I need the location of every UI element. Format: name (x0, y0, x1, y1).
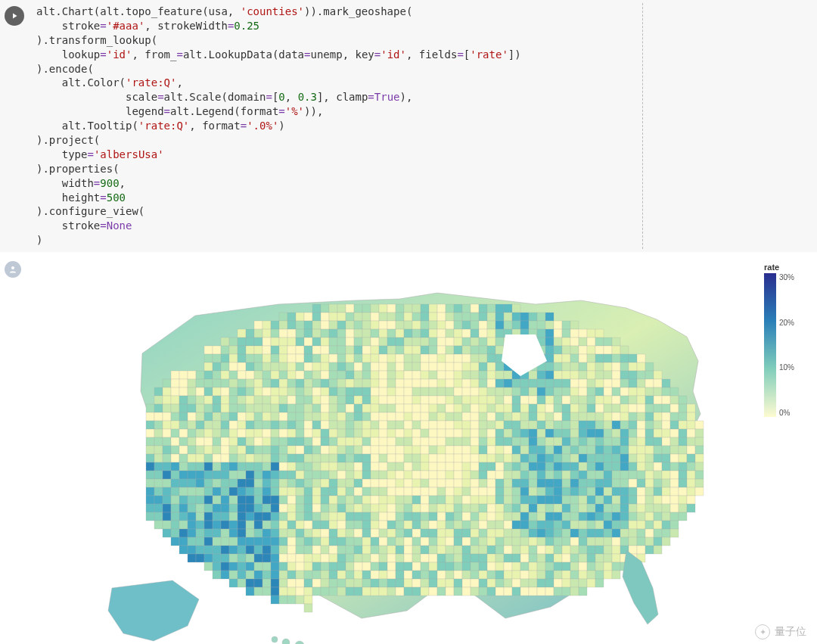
svg-rect-713 (579, 412, 587, 421)
svg-rect-573 (504, 396, 512, 404)
svg-rect-1362 (412, 496, 421, 504)
svg-rect-931 (171, 446, 179, 454)
svg-rect-442 (454, 379, 462, 387)
svg-rect-537 (204, 396, 213, 404)
svg-rect-1618 (396, 529, 404, 537)
svg-rect-1192 (670, 471, 679, 479)
svg-rect-1398 (163, 504, 171, 512)
svg-rect-1785 (312, 554, 321, 562)
svg-rect-151 (296, 338, 304, 346)
svg-rect-865 (179, 437, 188, 446)
svg-rect-1207 (238, 479, 246, 487)
svg-rect-609 (262, 404, 271, 412)
svg-rect-432 (371, 379, 379, 387)
svg-rect-740 (254, 421, 262, 429)
svg-rect-1883 (262, 571, 271, 579)
svg-rect-189 (612, 338, 620, 346)
svg-rect-1002 (204, 454, 213, 462)
svg-rect-1818 (587, 554, 595, 562)
svg-rect-51 (487, 313, 495, 321)
svg-rect-1997 (462, 587, 471, 596)
svg-rect-1250 (595, 479, 604, 487)
svg-rect-1144 (271, 471, 279, 479)
svg-rect-616 (321, 404, 329, 412)
svg-rect-208 (354, 346, 362, 354)
svg-rect-1621 (421, 529, 429, 537)
svg-rect-1706 (620, 537, 629, 546)
svg-rect-1072 (229, 462, 238, 471)
svg-rect-1306 (504, 487, 512, 496)
svg-rect-1936 (312, 579, 321, 587)
svg-rect-1427 (404, 504, 412, 512)
svg-rect-1656 (204, 537, 213, 546)
svg-rect-415 (229, 379, 238, 387)
svg-rect-236 (587, 346, 595, 354)
svg-rect-1888 (304, 571, 312, 579)
svg-rect-1894 (354, 571, 362, 579)
svg-rect-626 (404, 404, 412, 412)
svg-rect-513 (529, 387, 537, 396)
svg-rect-1646 (629, 529, 637, 537)
svg-rect-1821 (612, 554, 620, 562)
svg-rect-305 (296, 362, 304, 371)
svg-rect-1199 (171, 479, 179, 487)
svg-rect-239 (612, 346, 620, 354)
svg-rect-215 (412, 346, 421, 354)
svg-rect-1370 (479, 496, 487, 504)
svg-rect-439 (429, 379, 437, 387)
svg-rect-1578 (579, 521, 587, 529)
svg-rect-1747 (471, 546, 479, 554)
svg-rect-1613 (354, 529, 362, 537)
svg-rect-1726 (296, 546, 304, 554)
svg-rect-1552 (362, 521, 371, 529)
svg-rect-521 (595, 387, 604, 396)
svg-rect-1136 (204, 471, 213, 479)
svg-rect-16 (437, 304, 446, 313)
svg-rect-1885 (279, 571, 287, 579)
svg-rect-1890 (321, 571, 329, 579)
svg-rect-157 (346, 338, 354, 346)
svg-rect-1107 (520, 462, 529, 471)
svg-rect-897 (446, 437, 454, 446)
svg-rect-1376 (529, 496, 537, 504)
svg-rect-831 (454, 429, 462, 437)
svg-rect-969 (487, 446, 495, 454)
svg-rect-815 (321, 429, 329, 437)
svg-rect-1188 (637, 471, 645, 479)
svg-rect-107 (312, 329, 321, 338)
svg-rect-162 (387, 338, 396, 346)
svg-rect-1318 (604, 487, 612, 496)
svg-rect-795 (154, 429, 163, 437)
code-editor[interactable]: alt.Chart(alt.topo_feature(usa, 'countie… (36, 5, 809, 247)
svg-rect-1582 (612, 521, 620, 529)
svg-rect-369 (346, 371, 354, 379)
svg-rect-1723 (271, 546, 279, 554)
svg-rect-1077 (271, 462, 279, 471)
svg-rect-50 (479, 313, 487, 321)
svg-rect-1644 (612, 529, 620, 537)
run-button[interactable] (5, 6, 24, 26)
svg-rect-420 (271, 379, 279, 387)
svg-rect-1073 (238, 462, 246, 471)
svg-rect-1994 (437, 587, 446, 596)
svg-rect-1947 (404, 579, 412, 587)
svg-rect-125 (462, 329, 471, 338)
svg-rect-476 (221, 387, 229, 396)
svg-rect-260 (362, 354, 371, 362)
svg-rect-1099 (454, 462, 462, 471)
svg-rect-210 (371, 346, 379, 354)
svg-rect-1990 (404, 587, 412, 596)
svg-rect-40 (396, 313, 404, 321)
svg-rect-1334 (179, 496, 188, 504)
svg-rect-478 (238, 387, 246, 396)
svg-rect-511 (512, 387, 520, 396)
svg-rect-1105 (504, 462, 512, 471)
svg-rect-1467 (188, 512, 196, 521)
svg-rect-1572 (529, 521, 537, 529)
code-cell[interactable]: alt.Chart(alt.topo_feature(usa, 'countie… (0, 0, 817, 252)
svg-rect-746 (304, 421, 312, 429)
svg-rect-396 (570, 371, 579, 379)
legend-tick: 30% (779, 273, 794, 282)
svg-rect-35 (354, 313, 362, 321)
svg-rect-1571 (520, 521, 529, 529)
